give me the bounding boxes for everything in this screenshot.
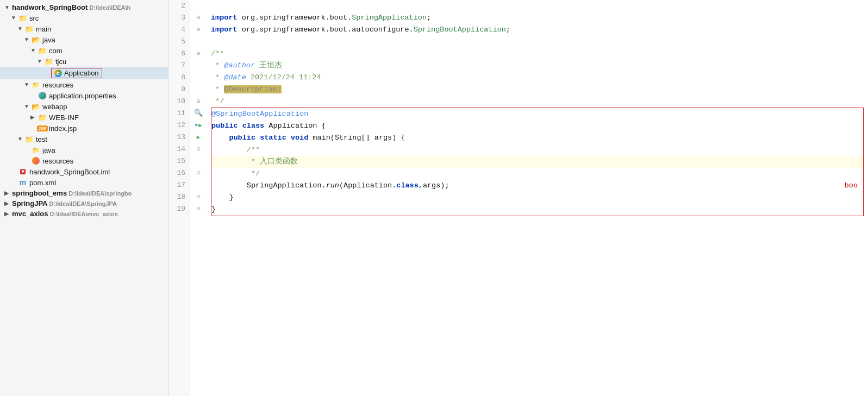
code-line: } xyxy=(211,204,864,216)
code-line: */ xyxy=(211,96,864,108)
code-line: * @Description: xyxy=(211,84,864,96)
project-name: handwork_SpringBoot xyxy=(12,3,88,11)
folder-icon: 📁 xyxy=(38,113,47,122)
project-root-handwork[interactable]: handwork_SpringBoot D:\Idea\IDEA\h xyxy=(0,2,168,12)
code-line: import org.springframework.boot.SpringAp… xyxy=(211,12,864,24)
sidebar-label: resources xyxy=(42,81,73,89)
sidebar-item-test-java[interactable]: 📁 java xyxy=(0,144,168,155)
sidebar-item-test-resources[interactable]: resources xyxy=(0,155,168,166)
tree-expand-arrow[interactable] xyxy=(4,4,11,11)
tree-expand-arrow[interactable] xyxy=(24,36,30,43)
code-line: * @author 王恒杰 xyxy=(211,60,864,72)
sidebar-label: com xyxy=(49,47,63,55)
sidebar-item-indexjsp[interactable]: JSP index.jsp xyxy=(0,123,168,134)
properties-icon xyxy=(38,91,47,100)
sidebar-item-webapp[interactable]: 📂 webapp xyxy=(0,101,168,112)
folder-icon: 📁 xyxy=(38,46,47,55)
tree-expand-arrow xyxy=(11,179,17,186)
iml-icon: ✱ xyxy=(18,167,27,176)
sidebar-item-src[interactable]: 📁 src xyxy=(0,12,168,23)
sidebar-item-java[interactable]: 📂 java xyxy=(0,34,168,45)
tree-expand-arrow[interactable] xyxy=(30,114,37,121)
folder-icon: 📁 xyxy=(32,146,40,154)
sidebar-label: webapp xyxy=(42,103,67,111)
code-line: * @date 2021/12/24 11:24 xyxy=(211,72,864,84)
sidebar-item-webinf[interactable]: 📁 WEB-INF xyxy=(0,112,168,123)
tree-expand-arrow[interactable] xyxy=(24,103,30,110)
sidebar-item-app-properties[interactable]: application.properties xyxy=(0,90,168,101)
project-path: D:\Idea\IDEA\h xyxy=(88,4,130,11)
code-line xyxy=(211,36,864,48)
sidebar-label: tjcu xyxy=(55,58,66,66)
sidebar-item-iml[interactable]: ✱ handwork_SpringBoot.iml xyxy=(0,166,168,177)
folder-icon: 📁 xyxy=(18,14,27,22)
code-line: } xyxy=(211,192,864,204)
sidebar-item-main[interactable]: 📁 main xyxy=(0,23,168,34)
sidebar-item-com[interactable]: 📁 com xyxy=(0,45,168,56)
tree-expand-arrow xyxy=(30,92,37,99)
folder-icon: 📂 xyxy=(32,35,40,44)
code-area[interactable]: 2 3 4 5 6 7 8 9 10 11 12 13 14 15 16 17 … xyxy=(168,0,868,396)
tree-expand-arrow[interactable] xyxy=(4,211,11,217)
sidebar-item-tjcu[interactable]: 📁 tjcu xyxy=(0,56,168,67)
tree-expand-arrow[interactable] xyxy=(4,190,11,197)
tree-expand-arrow xyxy=(24,158,30,164)
tree-expand-arrow xyxy=(30,125,37,131)
sidebar-label: java xyxy=(42,36,55,44)
project-path: D:\Idea\IDEA\springbo xyxy=(67,190,132,197)
sidebar-label: pom.xml xyxy=(29,179,56,187)
jsp-icon: JSP xyxy=(38,124,47,133)
sidebar-label: test xyxy=(36,135,47,143)
code-line: * 入口类函数 xyxy=(211,156,864,168)
sidebar-label: main xyxy=(36,25,51,33)
line-numbers: 2 3 4 5 6 7 8 9 10 11 12 13 14 15 16 17 … xyxy=(168,0,190,396)
project-name: SpringJPA xyxy=(12,199,48,208)
project-root-springjpa[interactable]: SpringJPA D:\Idea\IDEA\SpringJPA xyxy=(0,198,168,209)
project-name: springboot_ems xyxy=(12,189,67,197)
resources-icon xyxy=(32,156,40,165)
code-line: /** xyxy=(211,144,864,156)
sidebar-label: handwork_SpringBoot.iml xyxy=(29,168,110,176)
code-line: public static void main(String[] args) { xyxy=(211,132,864,144)
project-path: D:\Idea\IDEA\mvc_axios xyxy=(48,211,118,217)
tree-expand-arrow[interactable] xyxy=(11,15,17,21)
tree-expand-arrow[interactable] xyxy=(17,136,24,142)
project-root-mvc-axios[interactable]: mvc_axios D:\Idea\IDEA\mvc_axios xyxy=(0,209,168,219)
project-root-springboot-ems[interactable]: springboot_ems D:\Idea\IDEA\springbo xyxy=(0,188,168,198)
tree-expand-arrow[interactable] xyxy=(4,200,11,207)
project-path: D:\Idea\IDEA\SpringJPA xyxy=(48,200,117,207)
sidebar-label: Application xyxy=(64,69,99,77)
code-editor: 2 3 4 5 6 7 8 9 10 11 12 13 14 15 16 17 … xyxy=(168,0,868,396)
sidebar-item-pomxml[interactable]: m pom.xml xyxy=(0,177,168,188)
folder-icon: 📂 xyxy=(32,102,40,111)
tree-expand-arrow xyxy=(11,168,17,175)
tree-expand-arrow[interactable] xyxy=(24,81,30,88)
code-lines[interactable]: import org.springframework.boot.SpringAp… xyxy=(207,0,868,396)
app-class-icon: C xyxy=(54,70,62,77)
sidebar-label: application.properties xyxy=(49,92,116,100)
tree-expand-arrow[interactable] xyxy=(30,47,37,54)
sidebar-item-test[interactable]: 📁 test xyxy=(0,134,168,144)
folder-icon: 📁 xyxy=(45,57,53,66)
code-line: import org.springframework.boot.autoconf… xyxy=(211,24,864,36)
project-name: mvc_axios xyxy=(12,210,48,218)
sidebar-label: index.jsp xyxy=(49,124,77,133)
tree-expand-arrow[interactable] xyxy=(37,58,43,65)
folder-icon: 📁 xyxy=(25,24,34,33)
sidebar-label: java xyxy=(42,146,55,154)
code-line: */ xyxy=(211,168,864,180)
file-tree[interactable]: handwork_SpringBoot D:\Idea\IDEA\h 📁 src… xyxy=(0,0,168,396)
sidebar-item-resources-main[interactable]: 📁 resources xyxy=(0,79,168,90)
sidebar-label: src xyxy=(29,14,39,22)
sidebar-item-application[interactable]: C Application xyxy=(0,67,168,79)
sidebar-label: WEB-INF xyxy=(49,114,79,122)
tree-expand-arrow[interactable] xyxy=(17,26,24,32)
folder-icon: 📁 xyxy=(25,135,34,143)
tree-expand-arrow xyxy=(43,70,50,77)
gutter: ⊖ ⊖ ⊖ ⊖ 🔍 ● ▶ ▶ ⊖ ⊖ ⊖ ⊖ xyxy=(190,0,207,396)
code-line: @SpringBootApplication xyxy=(211,108,864,120)
code-line: /** xyxy=(211,48,864,60)
tree-expand-arrow xyxy=(24,147,30,153)
folder-icon: 📁 xyxy=(32,80,40,89)
code-line: public class Application { xyxy=(211,120,864,132)
